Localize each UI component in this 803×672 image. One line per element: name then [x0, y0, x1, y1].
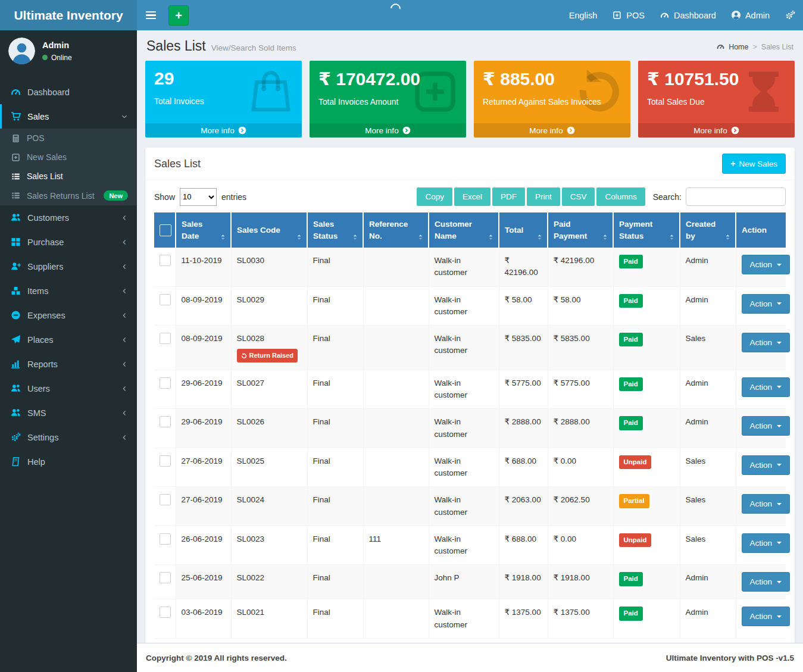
column-header-sales-status[interactable]: Sales Status	[307, 212, 363, 248]
export-csv-button[interactable]: CSV	[562, 187, 595, 206]
sidebar-subitem-sales-list[interactable]: Sales List	[0, 167, 137, 186]
cell-paid-payment: ₹ 5835.00	[548, 326, 613, 370]
sidebar-item-help[interactable]: Help	[0, 449, 137, 474]
cell-payment-status: Unpaid	[613, 526, 680, 565]
column-header-reference-no[interactable]: Reference No.	[363, 212, 429, 248]
export-excel-button[interactable]: Excel	[454, 187, 490, 206]
sidebar-item-expenses[interactable]: Expenses	[0, 303, 137, 327]
row-select-cell	[154, 248, 176, 286]
nav-language[interactable]: English	[561, 0, 605, 30]
action-button[interactable]: Action	[742, 333, 790, 352]
row-checkbox[interactable]	[160, 294, 171, 305]
cell-action: Action	[736, 526, 786, 565]
sidebar-item-items[interactable]: Items	[0, 279, 137, 303]
select-all-checkbox[interactable]	[160, 224, 171, 236]
sales-code-text: SL0024	[237, 495, 265, 504]
cell-sales-status: Final	[307, 370, 363, 409]
more-info-link[interactable]: More info	[638, 123, 795, 137]
sidebar-item-suppliers[interactable]: Suppliers	[0, 254, 137, 279]
column-header-customer-name[interactable]: Customer Name	[429, 212, 499, 248]
column-header-sales-code[interactable]: Sales Code	[231, 212, 307, 248]
action-button[interactable]: Action	[742, 255, 790, 274]
sales-code-text: SL0029	[237, 295, 265, 304]
row-checkbox[interactable]	[160, 607, 171, 618]
row-checkbox[interactable]	[160, 455, 171, 467]
column-header-payment-status[interactable]: Payment Status	[613, 212, 680, 248]
row-checkbox[interactable]	[160, 572, 171, 583]
cell-created-by: Sales	[680, 448, 736, 487]
cell-created-by: Sales	[680, 487, 736, 526]
caret-down-icon	[777, 425, 782, 427]
export-columns-button[interactable]: Columns	[596, 187, 645, 206]
column-header-created-by[interactable]: Created by	[680, 212, 736, 248]
column-header-sales-date[interactable]: Sales Date	[176, 212, 231, 248]
sidebar-item-places[interactable]: Places	[0, 327, 137, 352]
row-checkbox[interactable]	[160, 333, 171, 344]
more-info-link[interactable]: More info	[474, 123, 630, 137]
sidebar-item-reports[interactable]: Reports	[0, 352, 137, 376]
sidebar-subitem-pos[interactable]: POS	[0, 129, 137, 148]
sort-icon	[295, 233, 303, 241]
more-info-link[interactable]: More info	[145, 123, 302, 137]
nav-pos[interactable]: POS	[605, 0, 652, 30]
cell-created-by: Admin	[680, 286, 736, 326]
sidebar-item-settings[interactable]: Settings	[0, 425, 137, 449]
nav-user-menu[interactable]: Admin	[724, 0, 777, 30]
row-checkbox[interactable]	[160, 533, 171, 545]
export-print-button[interactable]: Print	[527, 187, 560, 206]
sidebar-item-customers[interactable]: Customers	[0, 205, 137, 230]
action-button[interactable]: Action	[742, 607, 790, 626]
row-checkbox[interactable]	[160, 255, 171, 266]
cell-created-by: Sales	[680, 326, 736, 370]
sidebar-subitem-new-sales[interactable]: New Sales	[0, 148, 137, 167]
panel-title: Sales List	[154, 158, 201, 170]
page-length-select[interactable]: 10	[180, 188, 217, 206]
cell-customer-name: Walk-in customer	[429, 599, 499, 639]
action-button[interactable]: Action	[742, 533, 790, 553]
cell-paid-payment-text: ₹ 1375.00	[554, 608, 590, 617]
sidebar-item-users[interactable]: Users	[0, 376, 137, 401]
breadcrumb-home[interactable]: Home	[729, 43, 748, 51]
quick-add-button[interactable]: +	[168, 5, 189, 26]
nav-settings[interactable]	[777, 0, 803, 30]
angle-left-icon	[121, 263, 128, 270]
cell-created-by-text: Admin	[686, 295, 708, 304]
export-copy-button[interactable]: Copy	[417, 187, 452, 206]
brand-logo[interactable]: Ultimate Inventory	[0, 0, 137, 30]
column-header-label: Action	[742, 224, 780, 236]
new-sales-button[interactable]: + New Sales	[722, 154, 786, 174]
sidebar-item-dashboard[interactable]: Dashboard	[0, 80, 137, 104]
sidebar-toggle-button[interactable]	[137, 0, 164, 30]
sidebar-subitem-sales-returns-list[interactable]: Sales Returns ListNew	[0, 186, 137, 205]
cell-payment-status: Paid	[613, 599, 680, 639]
cell-payment-status: Paid	[613, 409, 680, 448]
search-input[interactable]	[686, 187, 786, 206]
column-header-total[interactable]: Total	[499, 212, 548, 248]
action-button[interactable]: Action	[742, 494, 790, 514]
nav-dashboard[interactable]: Dashboard	[652, 0, 724, 30]
row-checkbox[interactable]	[160, 494, 171, 505]
sidebar-item-purchase[interactable]: Purchase	[0, 230, 137, 254]
sidebar-item-sales[interactable]: Sales	[0, 104, 137, 129]
export-pdf-button[interactable]: PDF	[492, 187, 525, 206]
show-label: Show	[154, 192, 175, 202]
row-checkbox[interactable]	[160, 377, 171, 389]
cell-created-by-text: Admin	[686, 608, 708, 617]
calculator-icon	[11, 134, 20, 143]
cell-customer-name-text: Walk-in customer	[435, 256, 468, 277]
sales-code-text: SL0021	[237, 608, 265, 617]
column-header-paid-payment[interactable]: Paid Payment	[548, 212, 613, 248]
action-button[interactable]: Action	[742, 572, 790, 592]
sidebar-item-label: Users	[27, 384, 114, 393]
action-button[interactable]: Action	[742, 294, 790, 314]
new-sales-label: New Sales	[739, 160, 777, 168]
action-button[interactable]: Action	[742, 455, 790, 475]
row-checkbox[interactable]	[160, 416, 171, 427]
cell-total-text: ₹ 2888.00	[505, 417, 541, 426]
action-button[interactable]: Action	[742, 377, 790, 397]
more-info-label: More info	[693, 126, 727, 135]
angle-left-icon	[121, 239, 128, 246]
action-button[interactable]: Action	[742, 416, 790, 436]
more-info-link[interactable]: More info	[310, 123, 466, 137]
sidebar-item-sms[interactable]: SMS	[0, 401, 137, 425]
